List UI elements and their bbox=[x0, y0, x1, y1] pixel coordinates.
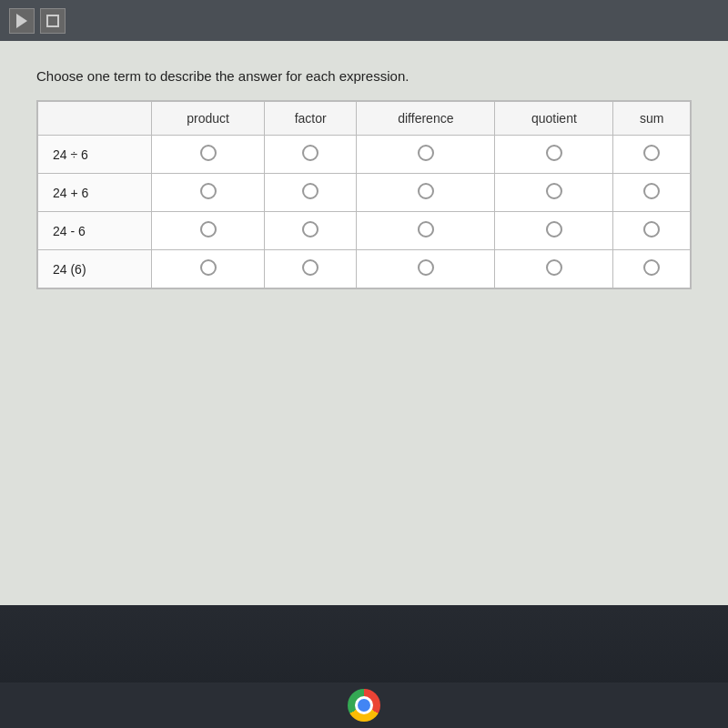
radio-sum-2[interactable] bbox=[643, 183, 660, 199]
col-header-factor: factor bbox=[265, 102, 357, 136]
radio-cell bbox=[152, 212, 265, 250]
col-header-product: product bbox=[152, 102, 265, 136]
radio-cell bbox=[357, 136, 495, 174]
radio-product-4[interactable] bbox=[200, 259, 217, 276]
expression-1: 24 ÷ 6 bbox=[38, 136, 152, 174]
expression-3: 24 - 6 bbox=[38, 212, 152, 250]
radio-cell bbox=[495, 136, 613, 174]
radio-difference-2[interactable] bbox=[418, 183, 434, 199]
expression-2: 24 + 6 bbox=[38, 174, 152, 212]
radio-factor-4[interactable] bbox=[302, 259, 318, 276]
content-area: Choose one term to describe the answer f… bbox=[0, 41, 728, 605]
radio-cell bbox=[265, 250, 357, 288]
radio-cell bbox=[357, 212, 495, 250]
table-row: 24 (6) bbox=[38, 250, 691, 288]
square-icon bbox=[46, 15, 59, 27]
play-button[interactable] bbox=[9, 8, 35, 34]
radio-cell bbox=[152, 136, 265, 174]
screen: Choose one term to describe the answer f… bbox=[0, 0, 728, 728]
radio-cell bbox=[613, 212, 691, 250]
radio-cell bbox=[495, 212, 613, 250]
radio-cell bbox=[152, 174, 265, 212]
radio-factor-2[interactable] bbox=[302, 183, 318, 199]
radio-sum-3[interactable] bbox=[643, 221, 660, 238]
instruction-text: Choose one term to describe the answer f… bbox=[36, 68, 692, 84]
radio-sum-1[interactable] bbox=[643, 145, 660, 161]
radio-product-2[interactable] bbox=[200, 183, 217, 199]
col-header-difference: difference bbox=[357, 102, 495, 136]
play-icon bbox=[16, 14, 27, 28]
radio-quotient-4[interactable] bbox=[546, 259, 562, 276]
col-header-sum: sum bbox=[613, 102, 691, 136]
radio-quotient-2[interactable] bbox=[546, 183, 562, 199]
table-row: 24 - 6 bbox=[38, 212, 691, 250]
radio-difference-4[interactable] bbox=[418, 259, 434, 276]
radio-cell bbox=[613, 174, 691, 212]
radio-cell bbox=[265, 174, 357, 212]
chrome-icon[interactable] bbox=[348, 689, 380, 722]
radio-product-1[interactable] bbox=[200, 145, 217, 161]
expression-4: 24 (6) bbox=[38, 250, 152, 288]
taskbar bbox=[0, 682, 728, 728]
radio-cell bbox=[357, 250, 495, 288]
col-header-empty bbox=[38, 102, 152, 136]
radio-cell bbox=[152, 250, 265, 288]
radio-cell bbox=[613, 136, 691, 174]
answer-table: product factor difference quotient sum 2… bbox=[37, 101, 691, 288]
radio-quotient-3[interactable] bbox=[546, 221, 562, 238]
radio-cell bbox=[265, 136, 357, 174]
table-row: 24 ÷ 6 bbox=[38, 136, 691, 174]
radio-factor-1[interactable] bbox=[302, 145, 318, 161]
answer-table-container: product factor difference quotient sum 2… bbox=[36, 100, 692, 289]
radio-difference-3[interactable] bbox=[418, 221, 434, 238]
col-header-quotient: quotient bbox=[495, 102, 613, 136]
radio-cell bbox=[495, 174, 613, 212]
square-button[interactable] bbox=[40, 8, 66, 34]
radio-factor-3[interactable] bbox=[302, 221, 318, 238]
header-row: product factor difference quotient sum bbox=[38, 102, 691, 136]
radio-cell bbox=[613, 250, 691, 288]
radio-cell bbox=[357, 174, 495, 212]
radio-quotient-1[interactable] bbox=[546, 145, 562, 161]
radio-product-3[interactable] bbox=[200, 221, 217, 238]
radio-cell bbox=[265, 212, 357, 250]
radio-sum-4[interactable] bbox=[643, 259, 660, 276]
top-bar bbox=[0, 0, 728, 41]
radio-difference-1[interactable] bbox=[418, 145, 434, 161]
table-row: 24 + 6 bbox=[38, 174, 691, 212]
radio-cell bbox=[495, 250, 613, 288]
